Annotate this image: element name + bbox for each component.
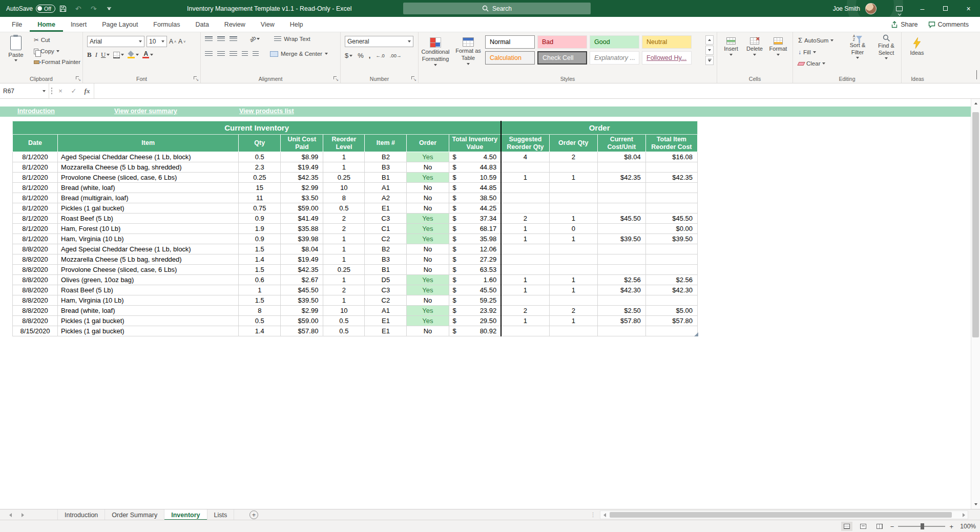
cell[interactable]: 15 — [239, 183, 281, 193]
cell[interactable]: $41.49 — [281, 214, 323, 224]
cell[interactable]: 0 — [549, 224, 597, 234]
cell[interactable]: 0.5 — [323, 326, 365, 336]
cell[interactable]: 1.4 — [239, 254, 281, 265]
cell[interactable]: E1 — [365, 203, 407, 214]
cell-style-good[interactable]: Good — [590, 35, 639, 49]
zoom-slider[interactable] — [898, 526, 945, 527]
wrap-text-button[interactable]: Wrap Text — [274, 36, 310, 42]
cell[interactable]: $45.50 — [597, 214, 645, 224]
cell[interactable]: 1 — [501, 173, 549, 183]
tab-review[interactable]: Review — [217, 17, 253, 32]
cell[interactable]: Roast Beef (5 Lb) — [58, 214, 239, 224]
name-box-dropdown[interactable] — [43, 90, 46, 92]
minimize-button[interactable]: – — [911, 0, 934, 17]
cell[interactable] — [501, 193, 549, 203]
autosave-pill[interactable]: Off — [36, 5, 55, 13]
merge-center-button[interactable]: Merge & Center — [270, 51, 328, 57]
col-header-total-item-reorder-cost[interactable]: Total Item Reorder Cost — [645, 135, 697, 152]
font-color-button[interactable]: A — [142, 51, 153, 58]
cell[interactable] — [549, 244, 597, 254]
ribbon-display-options-button[interactable] — [888, 0, 911, 17]
gallery-up-button[interactable] — [705, 35, 714, 45]
order-flag-cell[interactable]: Yes — [407, 173, 449, 183]
cell[interactable]: A1 — [365, 183, 407, 193]
cell[interactable]: 8/8/2020 — [13, 306, 58, 316]
cell[interactable]: $2.67 — [281, 275, 323, 285]
cell[interactable]: 1 — [549, 214, 597, 224]
tab-page-layout[interactable]: Page Layout — [94, 17, 145, 32]
cell[interactable]: $19.49 — [281, 162, 323, 173]
cell[interactable] — [597, 326, 645, 336]
cell[interactable]: 0.5 — [239, 316, 281, 326]
align-right-icon[interactable] — [230, 51, 237, 57]
cell[interactable]: E1 — [365, 316, 407, 326]
align-middle-icon[interactable] — [217, 36, 225, 42]
cell[interactable]: 8/8/2020 — [13, 244, 58, 254]
cell[interactable]: $8.04 — [281, 244, 323, 254]
sort-filter-button[interactable]: AZ Sort & Filter — [844, 34, 871, 59]
horizontal-scroll-thumb[interactable] — [610, 512, 952, 518]
cell[interactable]: 0.5 — [323, 203, 365, 214]
copy-button[interactable]: Copy — [32, 48, 82, 55]
cell[interactable] — [597, 295, 645, 306]
cell[interactable]: 1 — [549, 316, 597, 326]
tab-home[interactable]: Home — [30, 17, 63, 32]
cell[interactable] — [597, 203, 645, 214]
cell[interactable]: 8/1/2020 — [13, 234, 58, 244]
cell[interactable]: B3 — [365, 162, 407, 173]
close-button[interactable]: × — [957, 0, 980, 17]
cell[interactable] — [549, 295, 597, 306]
cell[interactable]: $23.92 — [449, 306, 501, 316]
cell[interactable]: $37.34 — [449, 214, 501, 224]
col-header-suggested-reorder-qty[interactable]: Suggested Reorder Qty — [501, 135, 549, 152]
tab-view[interactable]: View — [253, 17, 282, 32]
cell[interactable] — [549, 326, 597, 336]
align-top-icon[interactable] — [205, 36, 213, 42]
cell[interactable]: $2.50 — [597, 306, 645, 316]
cell[interactable]: 8/8/2020 — [13, 316, 58, 326]
cell[interactable] — [501, 326, 549, 336]
col-header-reorder-level[interactable]: Reorder Level — [323, 135, 365, 152]
cell[interactable]: $35.88 — [281, 224, 323, 234]
bold-button[interactable]: B — [87, 51, 92, 59]
delete-cells-button[interactable]: Delete — [743, 35, 766, 56]
cell[interactable]: 8 — [239, 306, 281, 316]
formula-bar-splitter[interactable] — [50, 88, 53, 94]
format-cells-button[interactable]: Format — [766, 35, 790, 56]
cell[interactable]: $42.35 — [645, 173, 697, 183]
cell[interactable]: 2.3 — [239, 162, 281, 173]
cell[interactable]: Bread (white, loaf) — [58, 183, 239, 193]
cell[interactable]: 8/1/2020 — [13, 224, 58, 234]
cell[interactable] — [597, 183, 645, 193]
cell[interactable]: Aged Special Cheddar Cheese (1 Lb, block… — [58, 244, 239, 254]
cell[interactable]: $19.49 — [281, 254, 323, 265]
zoom-slider-thumb[interactable] — [921, 523, 924, 529]
cell[interactable] — [645, 183, 697, 193]
cell[interactable] — [549, 265, 597, 275]
cell[interactable] — [645, 244, 697, 254]
cell[interactable]: 8/8/2020 — [13, 254, 58, 265]
accounting-format-button[interactable]: $ — [345, 52, 352, 59]
cell[interactable]: $44.83 — [449, 162, 501, 173]
sheet-tab-inventory[interactable]: Inventory — [164, 509, 207, 520]
cell[interactable]: $57.80 — [281, 326, 323, 336]
cell[interactable]: 2 — [501, 306, 549, 316]
page-break-view-button[interactable] — [874, 522, 885, 531]
cell[interactable]: 1 — [323, 275, 365, 285]
cell[interactable]: Provolone Cheese (sliced, case, 6 Lbs) — [58, 173, 239, 183]
cell[interactable]: 1 — [501, 285, 549, 295]
cell[interactable] — [645, 265, 697, 275]
cut-button[interactable]: ✂Cut — [32, 36, 82, 44]
cell[interactable]: 8 — [323, 193, 365, 203]
cell[interactable]: 0.5 — [239, 152, 281, 162]
cell[interactable]: 1 — [549, 234, 597, 244]
cell[interactable]: Bread (white, loaf) — [58, 306, 239, 316]
col-header-total-inventory-value[interactable]: Total Inventory Value — [449, 135, 501, 152]
order-flag-cell[interactable]: Yes — [407, 316, 449, 326]
font-size-combo[interactable]: 10 — [147, 36, 167, 47]
order-flag-cell[interactable]: No — [407, 244, 449, 254]
gallery-more-button[interactable] — [705, 56, 714, 65]
cell[interactable]: $2.56 — [645, 275, 697, 285]
enter-button[interactable]: ✓ — [67, 83, 80, 98]
tab-bar-splitter[interactable]: ⋮ — [590, 509, 596, 520]
